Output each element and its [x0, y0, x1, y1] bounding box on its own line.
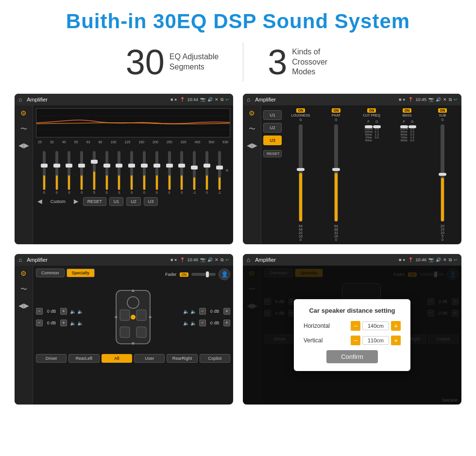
s1-vol-icon[interactable]: ◀▶ — [18, 141, 29, 149]
copilot-btn[interactable]: Copilot — [200, 354, 230, 363]
eq-slider-8[interactable]: 0 — [125, 151, 138, 194]
s1-eq-icon[interactable]: ⚙ — [20, 109, 27, 117]
eq-slider-7[interactable]: 0 — [113, 151, 126, 194]
freq-630: 630 — [222, 140, 228, 144]
screen4-statusbar: ⌂ Amplifier ■ ● 📍 10:46 📷 🔊 ✕ ⧉ ↩ — [243, 254, 461, 266]
s3-window-icon[interactable]: ⧉ — [221, 257, 223, 263]
sub-on[interactable]: ON — [438, 108, 447, 113]
prev-icon[interactable]: ◄ — [36, 197, 44, 206]
confirm-button[interactable]: Confirm — [326, 350, 378, 363]
preset-u1[interactable]: U1 — [263, 110, 282, 120]
home-icon-s1[interactable]: ⌂ — [18, 96, 22, 103]
s3-close-icon[interactable]: ✕ — [215, 257, 219, 262]
s1-close-icon[interactable]: ✕ — [215, 97, 219, 102]
rr-plus[interactable]: + — [223, 320, 230, 326]
s1-sidebar: ⚙ 〜 ◀▶ — [15, 105, 33, 244]
lf-plus[interactable]: + — [60, 308, 67, 315]
u2-button-s1[interactable]: U2 — [126, 197, 141, 206]
s4-menu-icon: ■ ● — [399, 257, 405, 262]
s1-window-icon[interactable]: ⧉ — [221, 97, 223, 102]
phat-on[interactable]: ON — [332, 108, 341, 113]
fader-slider[interactable] — [191, 273, 216, 276]
lr-minus[interactable]: − — [36, 320, 43, 326]
custom-label: Custom — [47, 198, 69, 205]
more-sliders-icon[interactable]: » — [225, 168, 228, 173]
eq-slider-1[interactable]: 0 — [38, 151, 51, 194]
lf-minus[interactable]: − — [36, 308, 43, 315]
cutfreq-on[interactable]: ON — [367, 108, 376, 113]
eq-slider-6[interactable]: 0 — [101, 151, 113, 194]
s3-wave-icon[interactable]: 〜 — [20, 285, 27, 294]
s1-back-icon[interactable]: ↩ — [225, 97, 229, 102]
s4-back-icon[interactable]: ↩ — [454, 257, 458, 262]
u3-button-s1[interactable]: U3 — [144, 197, 158, 206]
rf-plus[interactable]: + — [223, 308, 230, 315]
loudness-slider[interactable] — [299, 124, 303, 221]
rr-minus[interactable]: − — [199, 320, 206, 326]
vertical-value[interactable]: 110cm — [362, 336, 389, 345]
s3-back-icon[interactable]: ↩ — [225, 257, 229, 262]
rf-minus[interactable]: − — [199, 308, 206, 315]
preset-u3[interactable]: U3 — [263, 135, 282, 145]
rearleft-btn[interactable]: RearLeft — [68, 354, 99, 363]
home-icon-s3[interactable]: ⌂ — [18, 256, 22, 263]
horizontal-value[interactable]: 140cm — [362, 321, 389, 330]
eq-slider-10[interactable]: 0 — [151, 151, 163, 194]
s3-eq-icon[interactable]: ⚙ — [20, 270, 27, 277]
all-btn[interactable]: All — [102, 354, 132, 363]
s2-eq-icon[interactable]: ⚙ — [249, 109, 255, 117]
sub-slider[interactable] — [441, 124, 444, 221]
next-icon[interactable]: ► — [72, 197, 80, 206]
s2-window-icon[interactable]: ⧉ — [449, 97, 452, 102]
freq-200: 200 — [153, 140, 158, 144]
right-rear-control: 🔈 🔈 − 0 dB + — [183, 320, 230, 326]
crossover-number: 3 — [268, 45, 287, 80]
screen3-statusbar: ⌂ Amplifier ■ ● 📍 10:46 📷 🔊 ✕ ⧉ ↩ — [15, 254, 233, 266]
s3-vol-icon[interactable]: ◀▶ — [18, 302, 29, 309]
s2-back-icon[interactable]: ↩ — [454, 97, 458, 102]
s1-wave-icon[interactable]: 〜 — [20, 125, 27, 134]
eq-slider-5[interactable]: 5 — [88, 151, 101, 194]
user-btn-s3[interactable]: User — [134, 354, 165, 363]
rearright-btn[interactable]: RearRight — [167, 354, 197, 363]
eq-slider-14[interactable]: 0 — [201, 151, 213, 194]
eq-slider-4[interactable]: 0 — [75, 151, 88, 194]
lr-plus[interactable]: + — [60, 320, 67, 326]
s2-close-icon[interactable]: ✕ — [443, 97, 447, 102]
common-tab-s3[interactable]: Common — [36, 269, 65, 277]
horizontal-minus-btn[interactable]: − — [351, 321, 360, 331]
eq-slider-2[interactable]: 0 — [51, 151, 63, 194]
driver-btn[interactable]: Driver — [36, 354, 67, 363]
preset-u2[interactable]: U2 — [263, 123, 282, 133]
person-icon-btn[interactable]: 👤 — [219, 269, 230, 280]
vertical-plus-btn[interactable]: + — [391, 336, 401, 345]
eq-slider-11[interactable]: 0 — [163, 151, 176, 194]
s4-volume-icon: 🔊 — [436, 257, 441, 262]
home-icon-s2[interactable]: ⌂ — [247, 96, 250, 103]
vertical-minus-btn[interactable]: − — [351, 336, 360, 345]
s1-camera-icon: 📷 — [200, 97, 205, 102]
screen-eq: ⌂ Amplifier ■ ● 📍 10:44 📷 🔊 ✕ ⧉ ↩ ⚙ 〜 — [15, 94, 233, 244]
eq-slider-9[interactable]: 0 — [138, 151, 151, 194]
reset-button-s1[interactable]: RESET — [83, 197, 106, 206]
bass-on[interactable]: ON — [403, 108, 412, 113]
horizontal-plus-btn[interactable]: + — [391, 321, 401, 331]
specialty-tab-s3[interactable]: Specialty — [67, 269, 95, 277]
screen-dialog: ⌂ Amplifier ■ ● 📍 10:46 📷 🔊 ✕ ⧉ ↩ ⚙ 〜 — [243, 254, 461, 405]
eq-slider-13[interactable]: -1 — [188, 151, 201, 194]
u1-button-s1[interactable]: U1 — [109, 197, 124, 206]
sub-label: SUB — [439, 114, 446, 117]
phat-slider[interactable] — [334, 124, 338, 221]
reset-btn-s2[interactable]: RESET — [263, 150, 282, 157]
s2-vol-icon[interactable]: ◀▶ — [247, 141, 257, 149]
eq-slider-15[interactable]: -1 — [213, 151, 226, 194]
s2-wave-icon[interactable]: 〜 — [249, 125, 255, 134]
right-front-control: 🔈 🔈 − 0 dB + — [183, 308, 230, 315]
home-icon-s4[interactable]: ⌂ — [247, 256, 250, 263]
loudness-on[interactable]: ON — [296, 108, 306, 113]
s4-close-icon[interactable]: ✕ — [443, 257, 447, 262]
eq-slider-12[interactable]: 0 — [175, 151, 188, 194]
eq-slider-3[interactable]: 0 — [63, 151, 76, 194]
rr-db: 0 dB — [208, 321, 221, 325]
s4-window-icon[interactable]: ⧉ — [449, 257, 452, 263]
